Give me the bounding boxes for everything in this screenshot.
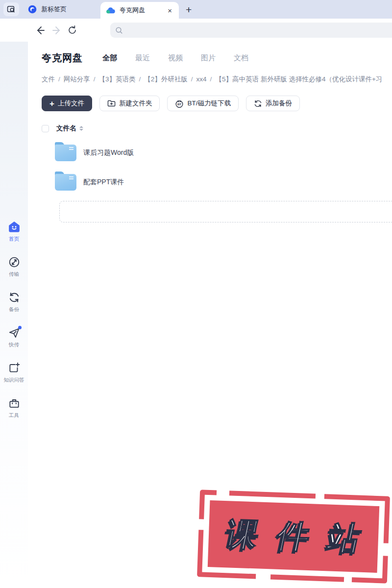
upload-file-button[interactable]: + 上传文件 bbox=[42, 96, 92, 111]
backup-sync-icon bbox=[8, 291, 21, 304]
filter-tabs: 全部 最近 视频 图片 文档 bbox=[102, 53, 248, 63]
bt-download-icon: BT bbox=[175, 99, 184, 108]
file-list: 课后习题Word版 配套PPT课件 bbox=[42, 138, 392, 197]
sidebar-item-label: 工具 bbox=[9, 412, 19, 419]
breadcrumb-item[interactable]: xx4 bbox=[196, 75, 207, 83]
toolbox-icon bbox=[8, 397, 21, 410]
knowledge-box-plus-icon bbox=[8, 362, 21, 374]
sidebar: 首页 传输 备份 bbox=[0, 42, 28, 588]
refresh-icon[interactable] bbox=[66, 24, 78, 36]
forward-icon[interactable] bbox=[50, 24, 62, 36]
file-row-folder[interactable]: 配套PPT课件 bbox=[42, 168, 392, 197]
folder-icon bbox=[55, 174, 76, 191]
search-icon bbox=[115, 26, 123, 35]
window-search-icon bbox=[7, 5, 16, 13]
tab-documents[interactable]: 文档 bbox=[234, 53, 248, 63]
watermark-stamp: 课件站 bbox=[197, 490, 390, 583]
sidebar-item-transfer[interactable]: 传输 bbox=[0, 256, 28, 278]
address-search-input[interactable] bbox=[126, 26, 392, 34]
folder-icon bbox=[55, 145, 76, 161]
sidebar-item-label: 快传 bbox=[9, 342, 19, 348]
transfer-icon bbox=[8, 256, 21, 269]
new-tab-button[interactable]: + bbox=[186, 4, 192, 15]
paper-plane-icon bbox=[8, 326, 21, 339]
sidebar-item-home[interactable]: 首页 bbox=[0, 220, 28, 243]
action-buttons: + 上传文件 新建文件夹 BT BT/磁力链 bbox=[42, 96, 392, 111]
tab-all[interactable]: 全部 bbox=[102, 53, 117, 63]
browser-tab-quark-drive[interactable]: 夸克网盘 × bbox=[100, 2, 179, 19]
sidebar-item-label: 传输 bbox=[9, 271, 19, 278]
tab-recent[interactable]: 最近 bbox=[135, 53, 150, 63]
browser-tab-bar: 新标签页 夸克网盘 × + bbox=[0, 0, 392, 19]
notification-dot bbox=[18, 326, 22, 329]
breadcrumb-item[interactable]: 文件 bbox=[42, 75, 55, 83]
tab-title: 新标签页 bbox=[41, 5, 91, 14]
file-row-folder[interactable]: 课后习题Word版 bbox=[42, 138, 392, 168]
stamp-text: 课件站 bbox=[222, 513, 384, 562]
filename-column-header: 文件名 bbox=[56, 124, 76, 133]
upload-dropzone[interactable] bbox=[59, 201, 392, 222]
home-icon bbox=[8, 220, 21, 233]
sidebar-item-tools[interactable]: 工具 bbox=[0, 397, 28, 419]
breadcrumb: 文件/网站分享/【3】英语类/【2】外研社版/xx4/【5】高中英语 新外研版 … bbox=[42, 75, 392, 84]
new-folder-button[interactable]: 新建文件夹 bbox=[99, 96, 160, 111]
page-title: 夸克网盘 bbox=[42, 51, 83, 65]
sidebar-item-label: 备份 bbox=[9, 306, 19, 313]
sidebar-item-label: 首页 bbox=[9, 236, 19, 243]
breadcrumb-item-current: 【5】高中英语 新外研版 选择性必修4（优化设计课件+习 bbox=[215, 75, 382, 83]
sort-toggle-icon[interactable] bbox=[79, 126, 83, 131]
tab-search-button[interactable] bbox=[3, 2, 19, 16]
tab-title: 夸克网盘 bbox=[120, 6, 162, 15]
browser-tab-new-tab[interactable]: 新标签页 bbox=[22, 0, 97, 19]
sidebar-item-label: 知识问答 bbox=[4, 377, 24, 384]
tab-images[interactable]: 图片 bbox=[201, 53, 216, 63]
browser-toolbar bbox=[0, 19, 392, 42]
quark-logo-icon bbox=[28, 5, 37, 14]
sidebar-item-knowledge-qa[interactable]: 知识问答 bbox=[0, 362, 28, 384]
back-icon[interactable] bbox=[35, 24, 47, 36]
svg-text:BT: BT bbox=[177, 102, 181, 106]
sidebar-item-quick-send[interactable]: 快传 bbox=[0, 326, 28, 348]
close-tab-icon[interactable]: × bbox=[167, 7, 173, 14]
breadcrumb-item[interactable]: 【2】外研社版 bbox=[144, 75, 188, 83]
address-search-bar[interactable] bbox=[110, 23, 392, 38]
folder-plus-icon bbox=[107, 99, 116, 107]
select-all-checkbox[interactable] bbox=[42, 125, 49, 132]
bt-magnet-download-button[interactable]: BT BT/磁力链下载 bbox=[167, 96, 239, 111]
tab-videos[interactable]: 视频 bbox=[168, 53, 183, 63]
file-list-header: 文件名 bbox=[42, 123, 392, 133]
add-backup-button[interactable]: 添加备份 bbox=[246, 96, 300, 111]
breadcrumb-item[interactable]: 网站分享 bbox=[64, 75, 90, 83]
breadcrumb-item[interactable]: 【3】英语类 bbox=[99, 75, 136, 83]
stamp-body: 课件站 bbox=[208, 500, 380, 573]
sync-circle-icon bbox=[254, 99, 262, 108]
sidebar-item-backup[interactable]: 备份 bbox=[0, 291, 28, 313]
plus-icon: + bbox=[49, 99, 54, 108]
file-name: 课后习题Word版 bbox=[83, 148, 134, 157]
cloud-drive-icon bbox=[106, 6, 115, 15]
file-name: 配套PPT课件 bbox=[83, 178, 124, 187]
